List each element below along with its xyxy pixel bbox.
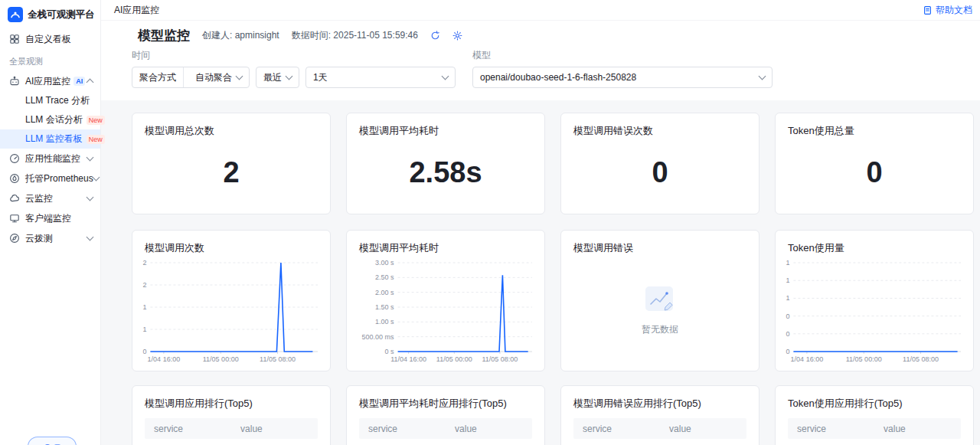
refresh-icon[interactable]: [430, 31, 440, 41]
stat-value: 0: [776, 138, 973, 214]
nav-label: 云拨测: [25, 232, 53, 245]
sidebar-item-cloud-monitor[interactable]: 云监控: [0, 188, 100, 208]
ai-badge: AI: [74, 77, 85, 86]
monitor-icon: [9, 213, 20, 224]
settings-gear-icon[interactable]: [452, 31, 462, 41]
creator-label: 创建人: apminsight: [202, 29, 279, 42]
svg-text:11/05 08:00: 11/05 08:00: [903, 355, 939, 363]
table-card-latency-top5: 模型调用平均耗时应用排行(Top5) service value apmplus…: [346, 385, 545, 445]
svg-text:0: 0: [786, 312, 789, 320]
column-header: value: [669, 424, 737, 434]
topbar: AI应用监控 帮助文档: [101, 0, 980, 21]
svg-text:3.00 s: 3.00 s: [375, 259, 394, 267]
robot-icon: [9, 76, 20, 87]
data-time-label: 数据时间: 2025-11-05 15:59:46: [292, 29, 418, 42]
floating-assistant-button[interactable]: [28, 437, 77, 445]
sidebar-nav: 自定义看板 全景观测 AI应用监控 AI LLM Trace 分析: [0, 29, 100, 248]
sidebar-item-custom-dashboard[interactable]: 自定义看板: [0, 29, 100, 49]
column-header: service: [797, 424, 884, 434]
nav-label: 客户端监控: [25, 212, 71, 225]
nav-label: LLM Trace 分析: [25, 94, 90, 107]
table-header: service value: [573, 418, 746, 439]
sidebar-item-apm[interactable]: 应用性能监控: [0, 149, 100, 169]
column-header: service: [583, 424, 669, 434]
sidebar-item-dial-test[interactable]: 云拨测: [0, 228, 100, 248]
empty-chart-icon: [642, 283, 678, 316]
table-card-calls-top5: 模型调用应用排行(Top5) service value apmplus_vea…: [132, 385, 331, 445]
avg-latency-chart[interactable]: 3.00 s2.50 s2.00 s1.50 s1.00 s500.00 ms0…: [353, 258, 538, 367]
table-card-errors-top5: 模型调用错误应用排行(Top5) service value: [560, 385, 760, 445]
cloud-icon: [9, 193, 20, 204]
time-range-select[interactable]: 1天: [305, 67, 456, 88]
stat-value: 2: [132, 138, 330, 214]
aggregation-value[interactable]: 自动聚合: [188, 67, 249, 87]
aggregation-label: 聚合方式: [132, 67, 184, 87]
table-row: apmplus_veadk_pj 0: [788, 439, 961, 445]
aggregation-select[interactable]: 聚合方式 自动聚合: [132, 67, 250, 88]
sidebar-item-prometheus[interactable]: 托管Prometheus: [0, 169, 100, 188]
svg-text:11/05 00:00: 11/05 00:00: [846, 355, 882, 363]
gauge-icon: [9, 153, 20, 164]
sidebar-item-ai-app-monitor[interactable]: AI应用监控 AI: [0, 71, 100, 91]
table-title: 模型调用平均耗时应用排行(Top5): [347, 386, 544, 411]
sidebar-item-client-monitor[interactable]: 客户端监控: [0, 208, 100, 228]
chevron-down-icon: [87, 154, 94, 162]
svg-text:2: 2: [142, 281, 146, 289]
filter-bar: 时间 聚合方式 自动聚合 最近 1天: [101, 44, 980, 100]
svg-text:1: 1: [142, 326, 146, 333]
stat-card-row: 模型调用总次数 2 模型调用平均耗时 2.58s 模型调用错误次数 0 Toke…: [132, 113, 974, 214]
svg-text:1.00 s: 1.00 s: [375, 318, 394, 326]
chart-card-model-calls: 模型调用次数 221101/04 16:0011/05 00:0011/05 0…: [132, 230, 331, 371]
chart-title: Token使用量: [776, 231, 973, 255]
sidebar-item-llm-trace[interactable]: LLM Trace 分析: [0, 91, 100, 110]
stat-value: 2.58s: [347, 138, 544, 214]
sidebar-item-llm-dashboard[interactable]: LLM 监控看板 New: [0, 129, 100, 149]
table-title: 模型调用应用排行(Top5): [132, 386, 330, 411]
sidebar: 全栈可观测平台 自定义看板 全景观测: [0, 0, 101, 445]
svg-text:2: 2: [142, 259, 146, 267]
help-doc-link[interactable]: 帮助文档: [923, 4, 972, 17]
page-header: 模型监控 创建人: apminsight 数据时间: 2025-11-05 15…: [101, 21, 980, 44]
svg-text:0: 0: [786, 330, 789, 338]
stat-title: 模型调用总次数: [132, 113, 330, 138]
chevron-down-icon: [286, 73, 293, 80]
sidebar-item-llm-session[interactable]: LLM 会话分析 New: [0, 110, 100, 129]
chart-title: 模型调用平均耗时: [347, 231, 544, 255]
table-header: service value: [145, 418, 318, 439]
recent-select[interactable]: 最近: [256, 67, 299, 88]
table-header: service value: [788, 418, 961, 439]
platform-title: 全栈可观测平台: [28, 8, 95, 21]
token-usage-chart[interactable]: 1110001/04 16:0011/05 00:0011/05 08:00: [782, 258, 967, 367]
svg-text:1: 1: [786, 259, 789, 267]
model-filter-group: 模型 openai/doubao-seed-1-6-flash-250828: [472, 49, 773, 88]
chart-title: 模型调用次数: [132, 231, 330, 255]
nav-label: AI应用监控: [25, 75, 70, 88]
model-calls-chart[interactable]: 221101/04 16:0011/05 00:0011/05 08:00: [139, 258, 324, 367]
chevron-down-icon: [236, 73, 243, 80]
svg-text:11/04 16:00: 11/04 16:00: [390, 355, 426, 363]
platform-logo: 全栈可观测平台: [0, 0, 100, 29]
ranking-table: service value: [573, 418, 746, 439]
chart-card-token-usage: Token使用量 1110001/04 16:0011/05 00:0011/0…: [775, 230, 974, 371]
chevron-down-icon: [759, 73, 766, 80]
chevron-down-icon: [87, 194, 94, 201]
nav-label: 应用性能监控: [25, 152, 80, 165]
page-title: 模型监控: [138, 27, 190, 44]
svg-text:1: 1: [786, 294, 789, 302]
flame-icon: [9, 173, 20, 184]
new-badge: New: [87, 116, 105, 125]
dashboard-icon: [9, 34, 20, 44]
empty-state: 暂无数据: [561, 255, 759, 364]
chevron-up-icon: [87, 79, 94, 87]
table-title: Token使用应用排行(Top5): [776, 386, 973, 411]
model-select[interactable]: openai/doubao-seed-1-6-flash-250828: [472, 67, 773, 88]
chart-card-errors: 模型调用错误 暂无数据: [560, 230, 760, 371]
svg-text:0 s: 0 s: [385, 348, 395, 355]
chevron-down-icon: [87, 234, 94, 241]
column-header: value: [455, 424, 523, 434]
svg-text:1: 1: [786, 276, 789, 284]
nav-label: 自定义看板: [25, 33, 71, 46]
stat-title: 模型调用平均耗时: [347, 113, 544, 138]
help-doc-label: 帮助文档: [936, 4, 972, 17]
nav-label: 云监控: [25, 192, 53, 205]
